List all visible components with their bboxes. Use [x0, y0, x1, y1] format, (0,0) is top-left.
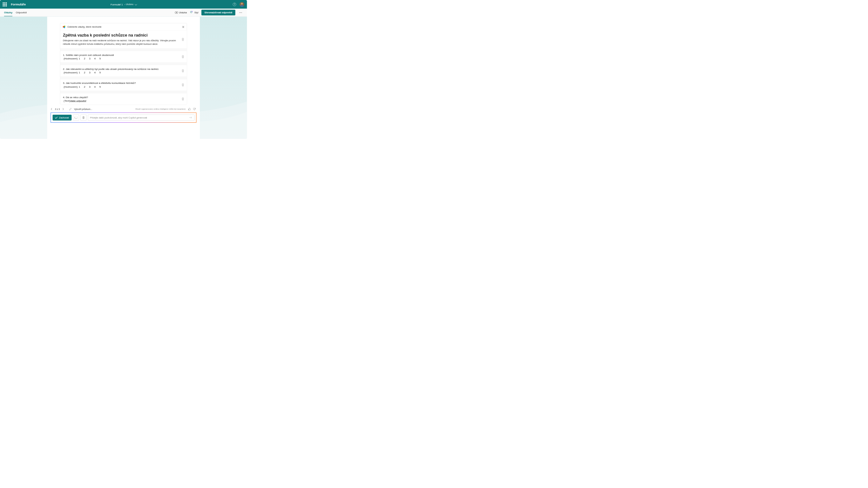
form-header-section[interactable]: Zpětná vazba k poslední schůzce na radni…	[60, 30, 187, 48]
prompt-placeholder: Přidejte další podrobnosti, aby mohl Cop…	[90, 116, 147, 119]
app-name: Formuláře	[11, 3, 26, 6]
keep-label: Zachovat	[59, 116, 69, 119]
copilot-prompt-input[interactable]: Přidejte další podrobnosti, aby mohl Cop…	[88, 114, 194, 120]
question-4[interactable]: 4. Dá se něco zlepšit? (Text)Vaše odpově…	[60, 93, 187, 104]
trash-icon	[82, 116, 85, 119]
style-icon	[190, 11, 193, 14]
question-2[interactable]: 2. Jak relevantní a užitečný byl podle v…	[60, 65, 187, 77]
copilot-icon	[63, 25, 66, 29]
trash-icon[interactable]	[181, 83, 185, 87]
thumbs-down-icon[interactable]	[193, 108, 196, 111]
svg-point-1	[240, 5, 244, 7]
toolbar: Otázky Odpovědi Ukázka Styl Shromažďovat…	[0, 8, 247, 17]
trash-icon[interactable]	[181, 69, 185, 72]
svg-point-4	[64, 26, 65, 27]
copilot-action-bar: Zachovat Přidejte další podrobnosti, aby…	[51, 113, 196, 123]
svg-point-0	[241, 3, 243, 4]
discard-button[interactable]	[81, 114, 86, 120]
form-description: Děkujeme vám za účast na naší nedávné sc…	[63, 39, 184, 46]
chevron-right-icon[interactable]	[62, 108, 64, 110]
pencil-icon	[69, 108, 71, 110]
pager-row: 2 z 3 Vytvořit průzkum... Obsah vygenero…	[51, 108, 196, 111]
ai-disclaimer: Obsah vygenerovaný umělou inteligencí mů…	[135, 108, 186, 110]
question-3[interactable]: 3. Jak hodnotíte srozumitelnost a efekti…	[60, 79, 187, 91]
check-icon	[55, 116, 58, 119]
avatar[interactable]	[240, 2, 244, 7]
thumbs-up-icon[interactable]	[188, 108, 191, 111]
more-options-icon[interactable]	[238, 12, 243, 13]
preview-label: Ukázka	[179, 11, 187, 14]
trash-icon[interactable]	[181, 38, 185, 41]
app-launcher-icon[interactable]	[3, 2, 7, 6]
collect-responses-button[interactable]: Shromažďovat odpovědi	[202, 9, 236, 15]
canvas-background: Odeberte otázky, které nechcete Zpětná v…	[0, 17, 247, 139]
app-header: Formuláře Formulář 1 – Uloženo ?	[0, 0, 247, 8]
keep-button[interactable]: Zachovat	[53, 115, 72, 120]
form-canvas: Odeberte otázky, které nechcete Zpětná v…	[47, 17, 200, 139]
svg-point-5	[64, 27, 65, 28]
chevron-left-icon[interactable]	[51, 108, 53, 110]
suggestions-banner-text: Odeberte otázky, které nechcete	[67, 25, 181, 28]
ai-suggestions-panel: Odeberte otázky, které nechcete Zpětná v…	[60, 23, 187, 105]
form-title: Formulář 1	[111, 3, 123, 6]
refresh-icon	[75, 116, 78, 119]
page-indicator: 2 z 3	[55, 108, 60, 110]
create-survey-link[interactable]: Vytvořit průzkum...	[74, 108, 92, 110]
saved-status: – Uloženo	[124, 3, 133, 5]
tab-responses[interactable]: Odpovědi	[16, 9, 27, 16]
trash-icon[interactable]	[181, 55, 185, 58]
trash-icon[interactable]	[181, 97, 185, 101]
question-1[interactable]: 1. Sdělte nám prosím své celkové zkušeno…	[60, 51, 187, 62]
form-heading: Zpětná vazba k poslední schůzce na radni…	[63, 33, 184, 38]
send-icon[interactable]	[189, 116, 192, 119]
eye-icon	[175, 11, 178, 13]
tab-questions[interactable]: Otázky	[4, 9, 12, 16]
style-label: Styl	[194, 11, 198, 14]
form-title-dropdown[interactable]: Formulář 1 – Uloženo	[111, 3, 136, 6]
close-icon[interactable]	[182, 26, 184, 28]
regenerate-button[interactable]	[73, 114, 79, 120]
help-icon[interactable]: ?	[233, 3, 237, 6]
chevron-down-icon	[135, 3, 137, 5]
preview-button[interactable]: Ukázka	[175, 11, 187, 14]
style-button[interactable]: Styl	[190, 11, 198, 14]
